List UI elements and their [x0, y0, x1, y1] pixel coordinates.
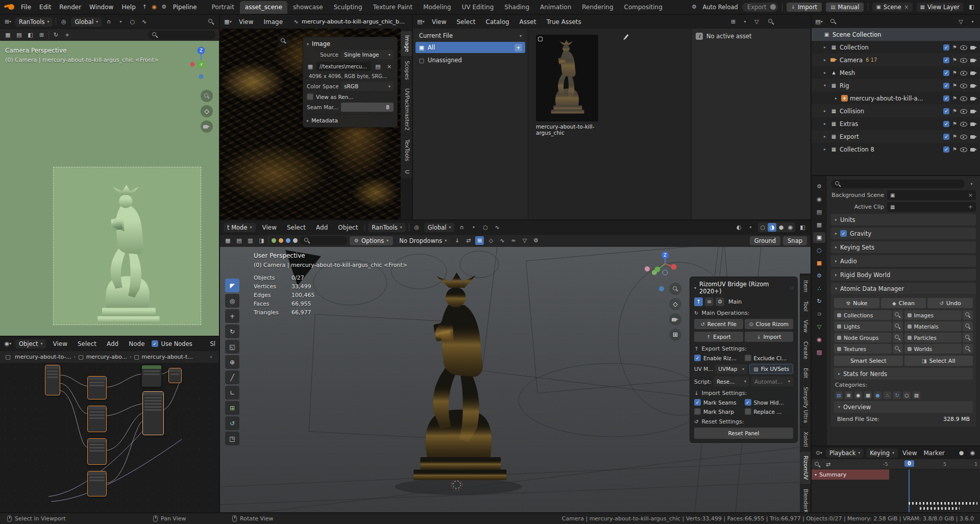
uvmap-dropdown[interactable]: UVMap▾: [715, 364, 747, 374]
collapsed-arrow-icon[interactable]: ▸: [307, 118, 309, 123]
selectable-checkbox[interactable]: [943, 44, 949, 51]
overlays-dropdown[interactable]: ▾: [746, 223, 755, 232]
snap-magnet-icon[interactable]: ∩: [105, 17, 113, 26]
playhead[interactable]: [909, 469, 910, 512]
sidebar-tab[interactable]: Tool: [800, 297, 811, 315]
disable-render-icon[interactable]: [970, 121, 977, 127]
mode-dropdown[interactable]: t Mode▾: [224, 223, 256, 232]
shader-menu[interactable]: Add: [103, 339, 122, 348]
outliner-row[interactable]: ▸ Collection 8 ⚑: [812, 143, 980, 156]
xray-icon[interactable]: ◧: [798, 223, 807, 232]
disclosure-arrow[interactable]: ▸: [822, 109, 828, 113]
show-hidden-checkbox[interactable]: [745, 399, 751, 406]
view-as-render-checkbox[interactable]: [307, 93, 313, 100]
shader-node[interactable]: [141, 365, 162, 387]
selectable-checkbox[interactable]: [943, 134, 949, 140]
pan-hand-icon[interactable]: ◇: [669, 298, 681, 310]
swap-icon[interactable]: ⇄: [464, 236, 473, 245]
shader-menu[interactable]: Select: [74, 339, 100, 348]
view-object-types-icon[interactable]: ▦: [4, 31, 12, 39]
down-arrow-icon[interactable]: ↓: [453, 236, 461, 245]
category-search-button[interactable]: [893, 333, 903, 342]
wireframe-shading-icon[interactable]: ○: [758, 223, 767, 232]
editor-type-dropdown[interactable]: ▤▾: [815, 17, 823, 26]
image-canvas[interactable]: ▾ Image Source Single Image▾ ▦ //texture…: [220, 29, 401, 219]
recent-file-button[interactable]: ↺Recent File: [694, 319, 743, 329]
import-button[interactable]: ↓Import: [787, 3, 822, 12]
asset-browser-menu[interactable]: Select: [453, 17, 479, 27]
record-icon[interactable]: ●: [957, 448, 966, 457]
atomic-category-button[interactable]: Particles: [904, 333, 962, 342]
rendered-shading-icon[interactable]: ◉: [786, 223, 795, 232]
disable-render-icon[interactable]: [970, 44, 977, 51]
category-search-button[interactable]: [963, 333, 973, 342]
active-clip-field[interactable]: ▦+: [887, 202, 976, 212]
measure-tool[interactable]: ∟: [225, 386, 239, 400]
sidebar-tab[interactable]: Edit: [800, 364, 811, 382]
asset-grid[interactable]: mercury-about-to-kill-argus_chic: [529, 29, 691, 219]
properties-options-dropdown[interactable]: ▾: [967, 180, 976, 188]
gear-icon[interactable]: ⚙: [690, 3, 698, 11]
rizom-list-tab-icon[interactable]: ≡: [705, 297, 714, 306]
outliner-row[interactable]: ▸ mercury-about-to-kill-a... ⚑: [812, 92, 980, 105]
viewport-menu[interactable]: Object: [334, 223, 361, 232]
viewport-canvas[interactable]: User Perspective (0) Camera | mercury-ab…: [220, 247, 811, 512]
automatic-dropdown-disabled[interactable]: Automat...▾: [751, 377, 793, 386]
keyframe-row[interactable]: [920, 507, 960, 510]
viewport-menu[interactable]: Select: [283, 223, 309, 232]
snap-dropdown[interactable]: ▾: [116, 17, 125, 26]
shader-node[interactable]: [45, 365, 60, 395]
keying-sets-section-header[interactable]: ▸Keying Sets: [831, 241, 976, 253]
manual-button[interactable]: ▤Manual: [826, 3, 864, 12]
camera-view-icon[interactable]: [201, 120, 213, 133]
exclude-flag-icon[interactable]: ⚑: [952, 108, 957, 114]
view-layer-selector[interactable]: ▦View Layer: [917, 3, 963, 12]
hide-eye-icon[interactable]: [960, 121, 967, 127]
side-tab[interactable]: UVPackmaster2: [401, 84, 412, 135]
shader-node[interactable]: [87, 406, 107, 432]
undo-button[interactable]: ↺Undo: [927, 298, 973, 308]
disclosure-arrow[interactable]: ▸: [822, 147, 828, 152]
jump-end-icon[interactable]: ◉: [968, 448, 977, 457]
particles-tab-icon[interactable]: ∴: [813, 283, 825, 294]
disable-render-icon[interactable]: [970, 134, 977, 140]
scene-selector[interactable]: ▣Scene×: [872, 3, 912, 12]
image-editor-menu[interactable]: View: [235, 17, 257, 27]
audio-section-header[interactable]: ▸Audio: [831, 255, 976, 267]
go-back-icon[interactable]: ‹: [207, 353, 215, 361]
material-shading-icon[interactable]: ●: [777, 223, 786, 232]
category-search-button[interactable]: [893, 321, 903, 331]
view-layer-tab-icon[interactable]: ▦: [813, 219, 825, 230]
sidebar-tab[interactable]: Simplify Ultra: [800, 383, 811, 427]
textures-category-icon[interactable]: ▨: [913, 391, 920, 399]
zoom-icon[interactable]: [201, 90, 213, 102]
overview-header[interactable]: ▾Overview: [834, 401, 973, 413]
dropdowns-selector[interactable]: No Dropdowns▾: [396, 236, 450, 245]
exclude-checkbox[interactable]: [745, 355, 751, 361]
camera-view-icon[interactable]: [669, 313, 681, 326]
modifiers-tab-icon[interactable]: ⚙: [813, 270, 825, 281]
spin-tool[interactable]: ↺: [225, 416, 239, 430]
outliner-row[interactable]: ▸ Extras ⚑: [812, 117, 980, 130]
image-editor-menu[interactable]: Image: [260, 17, 286, 27]
layers-icon[interactable]: ▤: [235, 236, 243, 245]
hide-eye-icon[interactable]: [960, 108, 967, 114]
selectable-checkbox[interactable]: [943, 70, 949, 76]
annotate-tool[interactable]: ╱: [225, 370, 239, 384]
rotate-tool[interactable]: ↻: [225, 325, 239, 338]
exclude-flag-icon[interactable]: ⚑: [952, 134, 957, 139]
rizom-settings-tab-icon[interactable]: ⚙: [716, 297, 724, 306]
side-tab[interactable]: TexTools: [401, 135, 412, 165]
shader-menu[interactable]: View: [49, 339, 70, 348]
physics-tab-icon[interactable]: ↻: [813, 296, 825, 307]
snap-button[interactable]: Snap: [783, 236, 807, 245]
outliner-row[interactable]: ▸ Collection ⚑: [812, 41, 980, 54]
workspace-tab[interactable]: Animation: [535, 1, 576, 14]
exclude-flag-icon[interactable]: ⚑: [952, 44, 957, 50]
asset-browser-menu[interactable]: True Assets: [543, 17, 584, 27]
particles-category-icon[interactable]: ∴: [884, 391, 891, 399]
proportional-editing-icon[interactable]: ○: [481, 223, 489, 232]
xray-icon[interactable]: ⊞: [37, 31, 46, 39]
shader-node[interactable]: [87, 376, 107, 400]
script-dropdown[interactable]: Rese...▾: [714, 377, 749, 386]
